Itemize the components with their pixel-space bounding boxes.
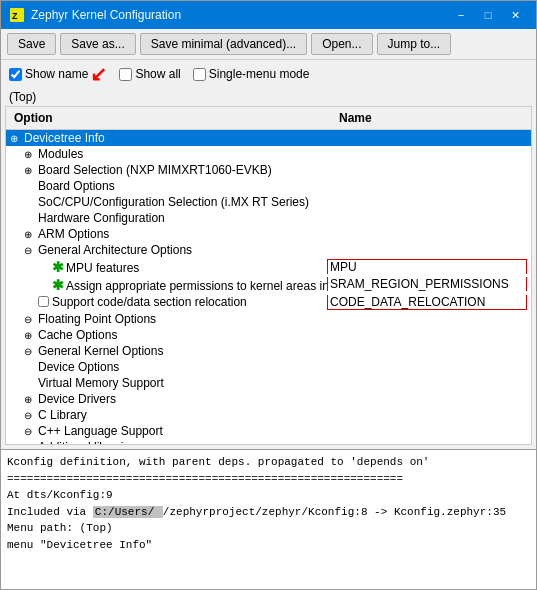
item-label-devicetree: Devicetree Info xyxy=(24,131,327,145)
item-content-device-options: Device Options xyxy=(24,360,327,374)
tree-item-device-options[interactable]: Device Options xyxy=(6,359,531,375)
show-all-text: Show all xyxy=(135,67,180,81)
item-content-cpp-language: ⊖C++ Language Support xyxy=(24,424,327,438)
item-label-device-drivers: Device Drivers xyxy=(38,392,327,406)
open-button[interactable]: Open... xyxy=(311,33,372,55)
options-bar: Show name ↙ Show all Single-menu mode xyxy=(1,60,536,88)
tree-area[interactable]: ⊕Devicetree Info⊕Modules⊕Board Selection… xyxy=(6,130,531,444)
item-label-modules: Modules xyxy=(38,147,327,161)
tree-item-cache-options[interactable]: ⊕Cache Options xyxy=(6,327,531,343)
item-label-hardware-config: Hardware Configuration xyxy=(38,211,327,225)
name-column-header: Name xyxy=(331,109,531,127)
item-label-soc-cpu: SoC/CPU/Configuration Selection (i.MX RT… xyxy=(38,195,327,209)
show-all-label[interactable]: Show all xyxy=(119,67,180,81)
item-label-cache-options: Cache Options xyxy=(38,328,327,342)
tree-item-devicetree[interactable]: ⊕Devicetree Info xyxy=(6,130,531,146)
window-controls: − □ ✕ xyxy=(448,5,528,25)
tree-item-soc-cpu[interactable]: SoC/CPU/Configuration Selection (i.MX RT… xyxy=(6,194,531,210)
save-as-button[interactable]: Save as... xyxy=(60,33,135,55)
single-menu-label[interactable]: Single-menu mode xyxy=(193,67,310,81)
item-label-general-kernel: General Kernel Options xyxy=(38,344,327,358)
info-line: Included via C:/Users/ /zephyrproject/ze… xyxy=(7,504,530,521)
item-label-cpp-language: C++ Language Support xyxy=(38,424,327,438)
name-col-assign-perms: SRAM_REGION_PERMISSIONS xyxy=(327,277,527,291)
title-bar: Z Zephyr Kernel Configuration − □ ✕ xyxy=(1,1,536,29)
item-content-device-drivers: ⊕Device Drivers xyxy=(24,392,327,406)
item-content-devicetree: ⊕Devicetree Info xyxy=(10,131,327,145)
item-label-additional-libs: Additional libraries xyxy=(38,440,327,444)
show-name-label[interactable]: Show name xyxy=(9,67,88,81)
minimize-button[interactable]: − xyxy=(448,5,474,25)
expand-icon-modules[interactable]: ⊕ xyxy=(24,149,38,160)
item-content-hardware-config: Hardware Configuration xyxy=(24,211,327,225)
tree-item-general-kernel[interactable]: ⊖General Kernel Options xyxy=(6,343,531,359)
expand-icon-general-kernel[interactable]: ⊖ xyxy=(24,346,38,357)
tree-item-board-selection[interactable]: ⊕Board Selection (NXP MIMXRT1060-EVKB) xyxy=(6,162,531,178)
single-menu-text: Single-menu mode xyxy=(209,67,310,81)
tree-item-cpp-language[interactable]: ⊖C++ Language Support xyxy=(6,423,531,439)
show-name-text: Show name xyxy=(25,67,88,81)
tree-item-general-arch[interactable]: ⊖General Architecture Options xyxy=(6,242,531,258)
tree-item-arm-options[interactable]: ⊕ARM Options xyxy=(6,226,531,242)
expand-icon-additional-libs[interactable]: ⊖ xyxy=(24,442,38,445)
red-arrow-icon: ↙ xyxy=(90,64,107,84)
save-button[interactable]: Save xyxy=(7,33,56,55)
main-window: Z Zephyr Kernel Configuration − □ ✕ Save… xyxy=(0,0,537,590)
svg-text:Z: Z xyxy=(12,11,18,21)
info-line: At dts/Kconfig:9 xyxy=(7,487,530,504)
tree-item-support-code[interactable]: Support code/data section relocationCODE… xyxy=(6,294,531,311)
expand-icon-arm-options[interactable]: ⊕ xyxy=(24,229,38,240)
expand-icon-board-selection[interactable]: ⊕ xyxy=(24,165,38,176)
item-content-support-code: Support code/data section relocation xyxy=(38,295,327,309)
expand-icon-general-arch[interactable]: ⊖ xyxy=(24,245,38,256)
show-name-checkbox[interactable] xyxy=(9,68,22,81)
single-menu-checkbox[interactable] xyxy=(193,68,206,81)
close-button[interactable]: ✕ xyxy=(502,5,528,25)
item-label-device-options: Device Options xyxy=(38,360,327,374)
tree-item-board-options[interactable]: Board Options xyxy=(6,178,531,194)
tree-item-assign-perms[interactable]: ✱Assign appropriate permissions to kerne… xyxy=(6,276,531,294)
toolbar: Save Save as... Save minimal (advanced).… xyxy=(1,29,536,60)
show-all-checkbox[interactable] xyxy=(119,68,132,81)
expand-icon-floating-point[interactable]: ⊖ xyxy=(24,314,38,325)
tree-item-floating-point[interactable]: ⊖Floating Point Options xyxy=(6,311,531,327)
item-label-arm-options: ARM Options xyxy=(38,227,327,241)
star-icon-mpu: ✱ xyxy=(52,259,64,275)
item-content-additional-libs: ⊖Additional libraries xyxy=(24,440,327,444)
item-content-modules: ⊕Modules xyxy=(24,147,327,161)
item-label-board-options: Board Options xyxy=(38,179,327,193)
item-content-c-library: ⊖C Library xyxy=(24,408,327,422)
window-title: Zephyr Kernel Configuration xyxy=(31,8,448,22)
info-line: Kconfig definition, with parent deps. pr… xyxy=(7,454,530,471)
expand-icon-support-code[interactable] xyxy=(38,296,52,309)
item-content-board-options: Board Options xyxy=(24,179,327,193)
item-content-board-selection: ⊕Board Selection (NXP MIMXRT1060-EVKB) xyxy=(24,163,327,177)
expand-icon-c-library[interactable]: ⊖ xyxy=(24,410,38,421)
info-line: ========================================… xyxy=(7,471,530,488)
item-content-arm-options: ⊕ARM Options xyxy=(24,227,327,241)
tree-item-device-drivers[interactable]: ⊕Device Drivers xyxy=(6,391,531,407)
app-icon: Z xyxy=(9,7,25,23)
tree-item-virtual-memory[interactable]: Virtual Memory Support xyxy=(6,375,531,391)
name-col-mpu: MPU xyxy=(327,259,527,274)
item-label-c-library: C Library xyxy=(38,408,327,422)
expand-icon-device-drivers[interactable]: ⊕ xyxy=(24,394,38,405)
save-minimal-button[interactable]: Save minimal (advanced)... xyxy=(140,33,307,55)
item-label-support-code: Support code/data section relocation xyxy=(52,295,327,309)
tree-item-mpu[interactable]: ✱MPU featuresMPU xyxy=(6,258,531,276)
tree-item-c-library[interactable]: ⊖C Library xyxy=(6,407,531,423)
expand-icon-devicetree[interactable]: ⊕ xyxy=(10,133,24,144)
maximize-button[interactable]: □ xyxy=(475,5,501,25)
jump-button[interactable]: Jump to... xyxy=(377,33,452,55)
expand-icon-cpp-language[interactable]: ⊖ xyxy=(24,426,38,437)
star-icon-assign-perms: ✱ xyxy=(52,277,64,293)
info-line: menu "Devicetree Info" xyxy=(7,537,530,554)
tree-item-hardware-config[interactable]: Hardware Configuration xyxy=(6,210,531,226)
item-content-assign-perms: ✱Assign appropriate permissions to kerne… xyxy=(38,277,327,293)
tree-item-modules[interactable]: ⊕Modules xyxy=(6,146,531,162)
tree-item-additional-libs[interactable]: ⊖Additional libraries xyxy=(6,439,531,444)
item-label-general-arch: General Architecture Options xyxy=(38,243,327,257)
expand-icon-cache-options[interactable]: ⊕ xyxy=(24,330,38,341)
item-label-mpu: ✱MPU features xyxy=(52,259,327,275)
item-label-board-selection: Board Selection (NXP MIMXRT1060-EVKB) xyxy=(38,163,327,177)
